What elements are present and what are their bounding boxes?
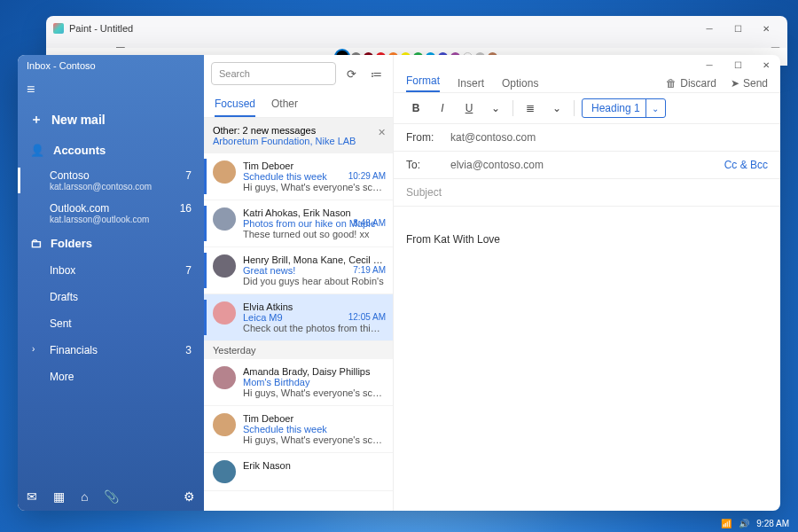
message-item[interactable]: Amanda Brady, Daisy Phillips Mom's Birth… (204, 359, 393, 406)
message-subject: Schedule this week (243, 424, 384, 434)
avatar (213, 301, 236, 325)
message-sender: Henry Brill, Mona Kane, Cecil Fo (243, 254, 384, 265)
taskbar: 📶 🔊 9:28 AM (0, 514, 798, 532)
account-name: Outlook.com (50, 202, 192, 215)
maximize-button[interactable]: ☐ (724, 19, 752, 38)
italic-button[interactable]: I (433, 98, 452, 118)
minimize-button[interactable]: ─ (695, 19, 724, 38)
message-time: 8:48 AM (353, 218, 386, 228)
message-preview: Hi guys, What's everyone's sched (243, 182, 384, 192)
message-preview: Did you guys hear about Robin's (243, 276, 384, 286)
message-preview: Hi guys, What's everyone's sched (243, 434, 384, 445)
mail-window: Inbox - Contoso ≡ ＋ New mail 👤 Accounts … (18, 55, 780, 511)
sync-icon[interactable]: ⟳ (341, 64, 361, 83)
paint-app-icon (53, 23, 64, 34)
message-sender: Amanda Brady, Daisy Phillips (243, 366, 384, 377)
underline-button[interactable]: U (459, 98, 479, 118)
message-item[interactable]: Tim Deboer Schedule this week Hi guys, W… (204, 153, 393, 200)
compose-body[interactable]: From Kat With Love (394, 207, 780, 272)
from-value: kat@contoso.com (450, 131, 768, 144)
bold-button[interactable]: B (406, 98, 426, 118)
search-input[interactable]: Search (211, 62, 336, 85)
message-subject: Mom's Birthday (243, 377, 384, 387)
mail-icon[interactable]: ✉ (27, 489, 37, 504)
tab-format[interactable]: Format (406, 74, 440, 92)
filter-icon[interactable]: ≔ (366, 64, 386, 83)
folder-financials[interactable]: ›Financials3 (18, 337, 204, 364)
message-item[interactable]: Erik Nason (204, 453, 393, 491)
close-button[interactable]: ✕ (752, 19, 780, 38)
new-mail-button[interactable]: ＋ New mail (18, 103, 204, 137)
settings-icon[interactable]: ⚙ (184, 489, 195, 504)
folder-sent[interactable]: Sent (18, 310, 204, 337)
message-sender: Tim Deboer (243, 160, 384, 171)
chevron-down-icon[interactable]: ⌄ (486, 98, 505, 118)
message-time: 12:05 AM (348, 312, 386, 322)
compose-pane: ─ ☐ ✕ Format Insert Options 🗑Discard ➤Se… (394, 55, 780, 511)
paint-title: Paint - Untitled (69, 23, 695, 34)
send-button[interactable]: ➤Send (731, 77, 768, 90)
folder-icon: 🗀 (30, 237, 42, 250)
wifi-icon[interactable]: 📶 (721, 519, 732, 528)
bullets-button[interactable]: ≣ (520, 98, 540, 118)
calendar-icon[interactable]: ▦ (53, 489, 65, 504)
trash-icon: 🗑 (666, 77, 677, 90)
volume-icon[interactable]: 🔊 (739, 519, 749, 528)
message-preview: Check out the photos from this w (243, 323, 384, 333)
discard-button[interactable]: 🗑Discard (666, 77, 716, 90)
banner-senders: Arboretum Foundation, Nike LAB (213, 136, 384, 146)
chevron-down-icon[interactable]: ⌄ (547, 98, 567, 118)
from-label: From: (406, 131, 450, 144)
folders-label: Folders (51, 237, 92, 250)
plus-icon: ＋ (30, 112, 43, 128)
other-banner[interactable]: Other: 2 new messages Arboretum Foundati… (204, 118, 393, 153)
chevron-down-icon: ⌄ (645, 99, 665, 117)
message-list: Search ⟳ ≔ Focused Other Other: 2 new me… (204, 55, 394, 511)
avatar (213, 460, 236, 483)
message-item[interactable]: Katri Ahokas, Erik Nason Photos from our… (204, 200, 393, 247)
avatar (213, 413, 236, 436)
accounts-label: Accounts (53, 144, 106, 157)
heading-select[interactable]: Heading 1 ⌄ (582, 98, 666, 118)
from-field[interactable]: From: kat@contoso.com (394, 124, 780, 152)
message-preview: Hi guys, What's everyone's sched (243, 387, 384, 398)
tab-other[interactable]: Other (271, 92, 298, 117)
accounts-header[interactable]: 👤 Accounts (18, 137, 204, 164)
tab-options[interactable]: Options (502, 77, 538, 90)
message-preview: These turned out so good! xx (243, 229, 384, 239)
account-name: Contoso (50, 169, 192, 182)
folders-header[interactable]: 🗀 Folders (18, 230, 204, 257)
message-item[interactable]: Henry Brill, Mona Kane, Cecil Fo Great n… (204, 247, 393, 294)
account-badge: 16 (180, 202, 192, 215)
message-item[interactable]: Elvia Atkins Leica M9 Check out the phot… (204, 294, 393, 341)
minimize-button[interactable]: ─ (695, 55, 724, 74)
avatar (213, 160, 236, 184)
account-contoso[interactable]: Contoso kat.larsson@contoso.com 7 (18, 164, 204, 197)
tab-focused[interactable]: Focused (215, 92, 255, 117)
to-value: elvia@contoso.com (450, 159, 724, 171)
folder-more[interactable]: More (18, 364, 204, 390)
subject-field[interactable]: Subject (394, 179, 780, 207)
people-icon[interactable]: ⌂ (81, 489, 88, 504)
message-sender: Elvia Atkins (243, 301, 384, 312)
maximize-button[interactable]: ☐ (724, 55, 752, 74)
close-icon[interactable]: ✕ (378, 127, 386, 138)
avatar (213, 207, 236, 231)
hamburger-icon[interactable]: ≡ (18, 76, 204, 103)
account-email: kat.larsson@contoso.com (50, 182, 192, 192)
tab-insert[interactable]: Insert (458, 77, 484, 90)
clock[interactable]: 9:28 AM (756, 519, 789, 528)
to-field[interactable]: To: elvia@contoso.com Cc & Bcc (394, 152, 780, 179)
folder-drafts[interactable]: Drafts (18, 284, 204, 310)
avatar (213, 254, 236, 278)
send-icon: ➤ (731, 77, 739, 90)
message-item[interactable]: Tim Deboer Schedule this week Hi guys, W… (204, 406, 393, 453)
message-sender: Tim Deboer (243, 413, 384, 424)
cc-bcc-button[interactable]: Cc & Bcc (724, 159, 768, 171)
attach-icon[interactable]: 📎 (104, 489, 119, 504)
folder-inbox[interactable]: Inbox7 (18, 257, 204, 284)
account-outlook[interactable]: Outlook.com kat.larsson@outlook.com 16 (18, 197, 204, 230)
date-separator: Yesterday (204, 341, 393, 359)
mail-sidebar: Inbox - Contoso ≡ ＋ New mail 👤 Accounts … (18, 55, 204, 511)
close-button[interactable]: ✕ (752, 55, 780, 74)
